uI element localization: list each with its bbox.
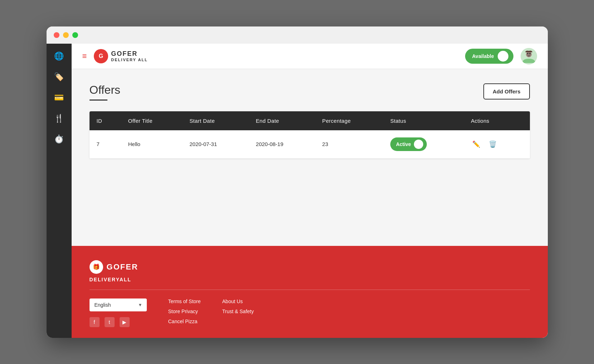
col-percentage: Percentage [315,111,383,130]
sidebar: 🌐 🏷️ 💳 🍴 ⏱️ [47,44,72,338]
app-window: 🌐 🏷️ 💳 🍴 ⏱️ ≡ [47,26,548,338]
cell-status: Active [383,130,464,159]
table-row: 7 Hello 2020-07-31 2020-08-19 23 Active … [90,130,530,159]
store-privacy-link[interactable]: Store Privacy [168,309,201,314]
main-content: ≡ G GOFER DELIVERY ALL Avail [72,44,548,338]
offers-table: ID Offer Title Start Date End Date Perce… [90,111,530,159]
brand-name: GOFER [111,50,148,58]
edit-button[interactable]: ✏️ [471,139,482,150]
logo: G GOFER DELIVERY ALL [94,49,148,63]
logo-text: GOFER DELIVERY ALL [111,50,148,62]
footer-logo: 🎁 GOFER [90,260,530,274]
page-header: Offers Add Offers [90,83,530,101]
col-start-date: Start Date [182,111,248,130]
page-title: Offers [90,83,121,97]
col-actions: Actions [464,111,530,130]
globe-icon: 🌐 [54,52,64,61]
actions-cell: ✏️ 🗑️ [471,139,522,150]
minimize-button[interactable] [63,32,69,38]
close-button[interactable] [54,32,59,38]
sidebar-item-restaurant[interactable]: 🍴 [50,110,68,127]
language-select[interactable]: English Arabic French [90,299,147,311]
status-circle [414,140,423,149]
col-end-date: End Date [249,111,315,130]
title-underline [90,100,107,101]
col-id: ID [90,111,121,130]
status-label: Active [396,141,411,147]
footer-left: English Arabic French f t ▶ [90,299,147,327]
footer-logo-icon: 🎁 [90,260,103,274]
header: ≡ G GOFER DELIVERY ALL Avail [72,44,548,69]
content-area: Offers Add Offers ID Offer Title [72,69,548,246]
available-label: Available [472,53,494,59]
menu-icon[interactable]: ≡ [82,52,87,61]
sidebar-item-card[interactable]: 💳 [50,89,68,107]
sidebar-item-clock[interactable]: ⏱️ [50,130,68,148]
footer-links-col1: Terms of Store Store Privacy Cancel Pizz… [168,299,201,324]
youtube-icon[interactable]: ▶ [120,317,130,327]
tag-icon: 🏷️ [54,72,64,82]
page-content: Offers Add Offers ID Offer Title [72,69,548,338]
terms-of-store-link[interactable]: Terms of Store [168,299,201,304]
footer-links-col2: About Us Trust & Safety [222,299,254,314]
clock-icon: ⏱️ [54,135,64,144]
cell-offer-title: Hello [121,130,183,159]
col-status: Status [383,111,464,130]
footer: 🎁 GOFER DELIVERYALL English Arabic [72,246,548,338]
offers-table-container: ID Offer Title Start Date End Date Perce… [90,111,530,159]
twitter-icon[interactable]: t [105,317,115,327]
sidebar-item-globe[interactable]: 🌐 [50,47,68,65]
page-title-section: Offers [90,83,121,101]
app-container: 🌐 🏷️ 💳 🍴 ⏱️ ≡ [47,44,548,338]
brand-sub: DELIVERY ALL [111,58,148,62]
footer-divider [90,290,530,290]
cell-end-date: 2020-08-19 [249,130,315,159]
about-us-link[interactable]: About Us [222,299,254,304]
svg-text:G: G [99,53,103,59]
card-icon: 💳 [54,93,64,102]
cell-id: 7 [90,130,121,159]
trust-safety-link[interactable]: Trust & Safety [222,309,254,314]
svg-point-5 [529,53,531,54]
facebook-icon[interactable]: f [90,317,100,327]
sidebar-item-tag[interactable]: 🏷️ [50,68,68,86]
available-toggle[interactable]: Available [465,49,513,64]
footer-brand-name: GOFER [107,262,138,272]
avatar[interactable] [521,48,537,64]
delete-button[interactable]: 🗑️ [487,139,498,150]
add-offers-button[interactable]: Add Offers [483,83,530,100]
svg-point-4 [527,53,528,54]
footer-bottom: English Arabic French f t ▶ [90,299,530,327]
cell-actions: ✏️ 🗑️ [464,130,530,159]
cancel-pizza-link[interactable]: Cancel Pizza [168,319,201,324]
svg-point-3 [526,52,532,57]
restaurant-icon: 🍴 [54,114,64,123]
status-toggle[interactable]: Active [390,137,427,151]
toggle-circle [498,51,508,62]
footer-social: f t ▶ [90,317,147,327]
titlebar [47,26,548,44]
table-header-row: ID Offer Title Start Date End Date Perce… [90,111,530,130]
footer-tagline: DELIVERYALL [90,277,530,282]
language-wrapper[interactable]: English Arabic French [90,299,147,311]
logo-icon: G [94,49,108,63]
cell-start-date: 2020-07-31 [182,130,248,159]
maximize-button[interactable] [72,32,78,38]
col-offer-title: Offer Title [121,111,183,130]
cell-percentage: 23 [315,130,383,159]
